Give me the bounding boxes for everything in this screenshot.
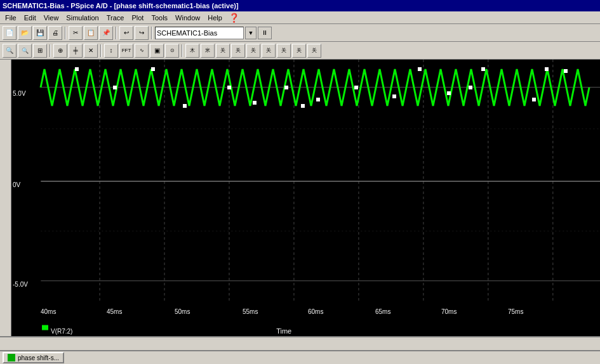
- step-button[interactable]: 木: [185, 44, 199, 58]
- marker12: [418, 67, 422, 71]
- menu-simulation[interactable]: Simulation: [62, 13, 102, 23]
- menu-bar: File Edit View Simulation Trace Plot Too…: [0, 11, 600, 24]
- print-button[interactable]: 🖨: [48, 26, 62, 40]
- pause-button[interactable]: ⏸: [258, 27, 272, 39]
- undo-button[interactable]: ↩: [119, 26, 133, 40]
- marker13: [447, 91, 451, 95]
- marker17: [545, 67, 549, 71]
- copy-button[interactable]: 📋: [84, 26, 98, 40]
- menu-edit[interactable]: Edit: [20, 13, 40, 23]
- probe-button[interactable]: ⊙: [165, 44, 179, 58]
- svg-text:-5.0V: -5.0V: [13, 281, 28, 288]
- waveform-icon: [8, 354, 15, 361]
- cut-button[interactable]: ✂: [69, 26, 83, 40]
- zoom-fit-button[interactable]: ⊞: [33, 44, 47, 58]
- zoom-out-button[interactable]: 🔍: [18, 44, 32, 58]
- marker5: [227, 86, 231, 89]
- svg-text:75ms: 75ms: [508, 308, 523, 315]
- marker18: [564, 69, 568, 73]
- schematic-input[interactable]: SCHEMATIC1-Bias: [155, 27, 244, 39]
- marker7: [284, 86, 288, 89]
- sep6: [182, 44, 183, 57]
- svg-text:0V: 0V: [13, 181, 21, 188]
- legend-color-box: [42, 325, 48, 330]
- menu-view[interactable]: View: [40, 13, 63, 23]
- markers2-button[interactable]: ▣: [150, 44, 164, 58]
- sep5: [100, 44, 102, 57]
- marker8: [301, 104, 305, 108]
- trace-button[interactable]: ╪: [69, 44, 83, 58]
- waveform-svg: 5.0V 0V -5.0V 40ms: [11, 60, 600, 336]
- plot-container[interactable]: 5.0V 0V -5.0V 40ms: [11, 60, 600, 336]
- marker15: [481, 67, 485, 71]
- x-axis-title: Time: [276, 327, 291, 335]
- menu-tools[interactable]: Tools: [147, 13, 171, 23]
- marker3: [151, 67, 155, 71]
- step2-button[interactable]: 米: [201, 44, 215, 58]
- marker9: [316, 98, 320, 101]
- separator3: [151, 27, 152, 39]
- marker14: [469, 86, 472, 89]
- marker1: [75, 67, 79, 71]
- step3-button[interactable]: 关: [216, 44, 230, 58]
- save-button[interactable]: 💾: [33, 26, 47, 40]
- taskbar-phase-button[interactable]: phase shift-s...: [3, 352, 64, 363]
- svg-text:70ms: 70ms: [441, 308, 457, 315]
- menu-help[interactable]: Help: [204, 13, 226, 23]
- taskbar-button-label: phase shift-s...: [18, 354, 59, 361]
- svg-text:5.0V: 5.0V: [13, 90, 26, 97]
- marker4: [183, 104, 187, 108]
- perf-button[interactable]: ∿: [135, 44, 149, 58]
- legend-label: V(R7:2): [51, 328, 72, 335]
- func6-button[interactable]: 关: [307, 44, 321, 58]
- left-panel: [0, 60, 11, 336]
- toolbar1: 📄 📂 💾 🖨 ✂ 📋 📌 ↩ ↪ SCHEMATIC1-Bias ▼ ⏸: [0, 24, 600, 42]
- svg-text:60ms: 60ms: [308, 308, 323, 315]
- status-bar: [0, 336, 600, 350]
- redo-button[interactable]: ↪: [135, 26, 149, 40]
- func2-button[interactable]: 关: [246, 44, 260, 58]
- zoom-in-button[interactable]: 🔍: [3, 44, 17, 58]
- cursor-button[interactable]: ↕: [104, 44, 118, 58]
- separator2: [116, 27, 117, 39]
- new-button[interactable]: 📄: [3, 26, 17, 40]
- func3-button[interactable]: 关: [262, 44, 276, 58]
- menu-plot[interactable]: Plot: [128, 13, 147, 23]
- func1-button[interactable]: 关: [231, 44, 245, 58]
- paste-button[interactable]: 📌: [99, 26, 113, 40]
- marker16: [532, 98, 536, 101]
- delete-trace-button[interactable]: ✕: [84, 44, 98, 58]
- marker2: [113, 86, 117, 89]
- main-area: 5.0V 0V -5.0V 40ms: [0, 60, 600, 336]
- toolbar2: 🔍 🔍 ⊞ ⊕ ╪ ✕ ↕ FFT ∿ ▣ ⊙ 木 米 关 关 关 关 关 关 …: [0, 42, 600, 60]
- svg-text:40ms: 40ms: [41, 308, 56, 315]
- menu-file[interactable]: File: [1, 13, 20, 23]
- func5-button[interactable]: 关: [292, 44, 306, 58]
- fft-button[interactable]: FFT: [119, 44, 133, 58]
- svg-text:50ms: 50ms: [175, 308, 190, 315]
- marker6: [253, 101, 257, 105]
- title-bar: SCHEMATIC1-Bias - PSpice A/D - [phase sh…: [0, 0, 600, 11]
- open-button[interactable]: 📂: [18, 26, 32, 40]
- help-icon[interactable]: ❓: [229, 13, 239, 23]
- svg-text:65ms: 65ms: [375, 308, 390, 315]
- schematic-arrow[interactable]: ▼: [245, 27, 257, 39]
- separator1: [65, 27, 66, 39]
- taskbar: phase shift-s...: [0, 350, 600, 364]
- menu-window[interactable]: Window: [171, 13, 204, 23]
- menu-trace[interactable]: Trace: [103, 13, 128, 23]
- svg-text:55ms: 55ms: [243, 308, 258, 315]
- title-text: SCHEMATIC1-Bias - PSpice A/D - [phase sh…: [3, 2, 239, 10]
- marker11: [392, 94, 396, 98]
- marker10: [354, 86, 358, 89]
- markers-button[interactable]: ⊕: [53, 44, 67, 58]
- sep4: [50, 44, 51, 57]
- svg-text:45ms: 45ms: [107, 308, 122, 315]
- func4-button[interactable]: 关: [277, 44, 291, 58]
